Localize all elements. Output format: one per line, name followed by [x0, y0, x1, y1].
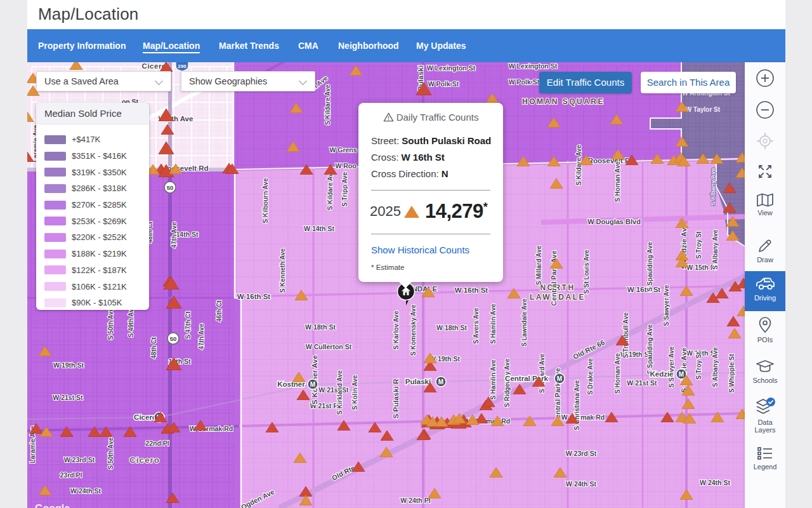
svg-text:W 21st St: W 21st St	[53, 394, 83, 401]
svg-text:S 50th Ave: S 50th Ave	[107, 437, 114, 469]
svg-text:S 50th Ave: S 50th Ave	[107, 307, 114, 340]
svg-text:W 18th St: W 18th St	[436, 324, 467, 331]
svg-text:W 16th St: W 16th St	[237, 293, 271, 300]
svg-text:M: M	[310, 381, 315, 388]
svg-text:22nd Pl: 22nd Pl	[145, 439, 169, 447]
svg-text:50: 50	[170, 335, 177, 342]
svg-text:S Avers Ave: S Avers Ave	[473, 307, 480, 344]
svg-text:NORTH: NORTH	[540, 283, 575, 292]
svg-text:S Hamlin Ave: S Hamlin Ave	[490, 359, 497, 400]
svg-text:S Komensky Ave: S Komensky Ave	[410, 304, 417, 356]
svg-text:290: 290	[178, 64, 187, 69]
svg-text:S Whipple St: S Whipple St	[728, 354, 735, 393]
svg-text:W 16th St: W 16th St	[627, 286, 661, 293]
svg-text:S Albany Ave: S Albany Ave	[712, 347, 719, 387]
svg-text:S Kildare Ave: S Kildare Ave	[327, 170, 334, 210]
svg-text:S Kirkland Ave: S Kirkland Ave	[336, 370, 343, 415]
svg-text:W Taylor St: W Taylor St	[686, 106, 721, 113]
svg-text:S Kenneth Ave: S Kenneth Ave	[279, 248, 286, 293]
svg-text:S Lawndale Ave: S Lawndale Ave	[521, 298, 528, 347]
svg-text:Kedzie: Kedzie	[650, 370, 673, 378]
svg-text:Central Park: Central Park	[505, 375, 548, 382]
svg-text:S Karlov Ave: S Karlov Ave	[393, 311, 400, 349]
svg-text:W Grens: W Grens	[329, 146, 357, 154]
svg-text:47th Ave: 47th Ave	[171, 222, 178, 248]
svg-text:W 19th St: W 19th St	[53, 361, 84, 369]
svg-text:S Sawyer Ave: S Sawyer Ave	[668, 346, 675, 387]
svg-text:S Drake Ave: S Drake Ave	[587, 358, 594, 395]
svg-text:S Homan Ave: S Homan Ave	[614, 353, 621, 394]
svg-text:W 24th St: W 24th St	[70, 487, 101, 495]
svg-text:S St Louis Ave: S St Louis Ave	[583, 250, 590, 294]
svg-text:S Spaulding Ave: S Spaulding Ave	[646, 241, 653, 291]
svg-text:Cicero: Cicero	[134, 413, 157, 421]
svg-text:14th St: 14th St	[176, 231, 199, 238]
svg-text:S Millard Ave: S Millard Ave	[535, 246, 542, 285]
svg-text:W Lexington St: W Lexington St	[509, 62, 558, 70]
svg-text:LAWNDALE: LAWNDALE	[530, 293, 586, 302]
svg-text:48th Ct: 48th Ct	[150, 337, 157, 359]
svg-text:Pulaski: Pulaski	[405, 378, 431, 385]
svg-text:M: M	[679, 371, 684, 378]
svg-text:W 14th St: W 14th St	[304, 225, 334, 232]
svg-text:W Lexington St: W Lexington St	[427, 64, 476, 72]
svg-text:W 24th St: W 24th St	[566, 480, 596, 488]
svg-text:S Kildare Ave: S Kildare Ave	[324, 84, 331, 125]
svg-text:W 23rd St: W 23rd St	[566, 450, 597, 457]
svg-text:S Kilbourn Ave: S Kilbourn Ave	[262, 178, 269, 223]
svg-text:23rd Pl: 23rd Pl	[60, 471, 82, 479]
svg-text:S Homan Ave: S Homan Ave	[614, 161, 621, 202]
svg-text:W Douglas Blvd: W Douglas Blvd	[587, 218, 641, 225]
svg-text:S Albany Ave: S Albany Ave	[712, 229, 719, 269]
svg-text:W 23rd St: W 23rd St	[64, 456, 95, 464]
svg-text:W 18th St: W 18th St	[305, 323, 336, 331]
svg-text:Google: Google	[35, 503, 70, 508]
svg-text:S Tripp Ave: S Tripp Ave	[341, 171, 348, 206]
svg-text:S Millard Ave: S Millard Ave	[539, 354, 546, 393]
svg-text:W Roo: W Roo	[335, 162, 356, 170]
svg-text:Cicero: Cicero	[129, 455, 160, 465]
svg-text:S Hamlin Ave: S Hamlin Ave	[490, 304, 497, 344]
svg-text:S Ridgeway Ave: S Ridgeway Ave	[504, 358, 511, 407]
svg-text:W Cullerton St: W Cullerton St	[306, 343, 352, 351]
svg-text:M: M	[557, 375, 562, 382]
svg-text:W 21st St: W 21st St	[318, 386, 349, 394]
svg-text:Roosevelt R: Roosevelt R	[588, 157, 631, 164]
svg-text:S Trumbull Ave: S Trumbull Ave	[622, 312, 629, 358]
svg-text:S Pulaski R: S Pulaski R	[392, 378, 400, 418]
svg-text:S Kolin Ave: S Kolin Ave	[351, 375, 358, 410]
svg-text:47th Ave: 47th Ave	[198, 323, 205, 349]
svg-text:S Spaulding Ave: S Spaulding Ave	[646, 324, 653, 374]
svg-text:S 47th Ct: S 47th Ct	[185, 311, 192, 339]
svg-text:W Polk St: W Polk St	[428, 80, 459, 88]
svg-text:S Sawyer Ave: S Sawyer Ave	[663, 284, 670, 326]
svg-text:W 24th St: W 24th St	[700, 479, 730, 486]
svg-text:S Troy St: S Troy St	[695, 352, 702, 380]
svg-text:S Troy St: S Troy St	[695, 231, 702, 259]
svg-text:W 21st St: W 21st St	[627, 379, 657, 387]
svg-text:W 24th Pl: W 24th Pl	[400, 497, 430, 504]
svg-text:46th Ct: 46th Ct	[216, 300, 223, 322]
svg-text:W 16th St: W 16th St	[455, 286, 488, 294]
svg-text:M: M	[438, 378, 443, 385]
svg-text:S Albany Ave: S Albany Ave	[709, 168, 716, 206]
svg-text:W Polk St: W Polk St	[509, 78, 540, 86]
svg-text:HOMAN SQUARE: HOMAN SQUARE	[522, 97, 605, 106]
svg-text:50: 50	[167, 184, 174, 191]
